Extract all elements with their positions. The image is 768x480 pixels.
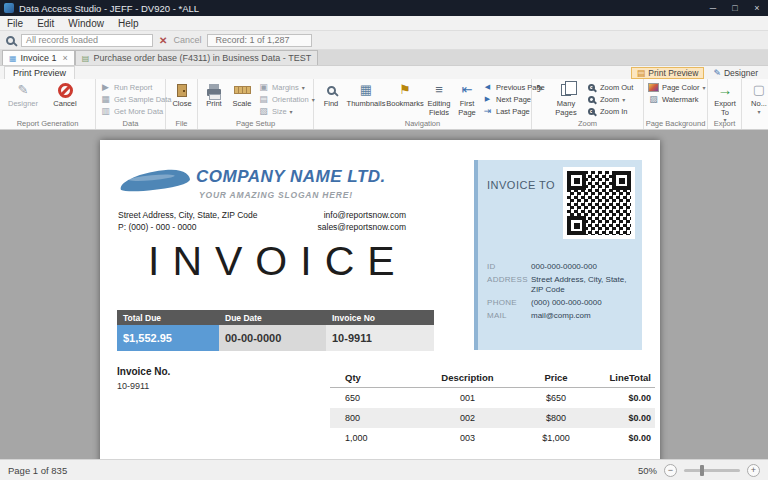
field-label-id: ID — [487, 262, 531, 272]
page-color-label: Page Color — [662, 83, 700, 92]
editing-fields-button[interactable]: ≡ Editing Fields — [424, 80, 454, 118]
designer-view-button[interactable]: ✎ Designer — [707, 67, 764, 79]
orientation-label: Orientation — [272, 95, 309, 104]
size-button[interactable]: ▧ Size ▾ — [256, 106, 317, 116]
margins-label: Margins — [272, 83, 299, 92]
cell-qty: 800 — [330, 413, 410, 423]
many-pages-button[interactable]: Many Pages — [548, 80, 584, 118]
menu-window[interactable]: Window — [61, 18, 111, 29]
run-report-button[interactable]: ▶ Run Report — [98, 82, 174, 92]
zoom-out-button[interactable]: − — [664, 464, 677, 477]
maximize-button[interactable]: □ — [724, 0, 746, 16]
bookmarks-label: Bookmarks — [386, 100, 424, 109]
company-name: COMPANY NAME LTD. — [196, 167, 386, 187]
print-preview-surface[interactable]: COMPANY NAME LTD. YOUR AMAZING SLOGAN HE… — [0, 130, 768, 459]
zoom-in-button[interactable]: + — [747, 464, 760, 477]
view-switcher: ▤ Print Preview ✎ Designer — [631, 67, 764, 79]
search-icon[interactable] — [6, 36, 15, 45]
group-label: File — [166, 119, 197, 128]
watermark-button[interactable]: ▨ Watermark — [646, 94, 708, 104]
preview-icon: ▤ — [637, 68, 646, 78]
scale-button[interactable]: Scale — [228, 80, 256, 110]
group-navigation: Find ▦ Thumbnails ⚑ Bookmarks ≡ Editing … — [314, 79, 532, 129]
designer-view-label: Designer — [724, 68, 758, 78]
export-icon: → — [718, 81, 733, 99]
close-file-icon — [177, 81, 187, 99]
margins-button[interactable]: ▣ Margins ▾ — [256, 82, 317, 92]
size-icon: ▧ — [258, 106, 269, 116]
size-label: Size — [272, 107, 287, 116]
header-description: Description — [410, 372, 525, 383]
find-button[interactable]: Find — [316, 80, 346, 110]
zoom-out-button[interactable]: − Zoom Out — [584, 82, 635, 92]
tab-purchase-order[interactable]: ▤ Purchase order base (F4311) in Busines… — [75, 50, 318, 65]
group-data: ▶ Run Report ▦ Get Sample Data ▥ Get Mor… — [96, 79, 166, 129]
app-icon — [4, 3, 14, 13]
pointer-tool-button[interactable]: ⇖ — [534, 82, 548, 92]
cancel-load-icon[interactable]: ✕ — [159, 35, 167, 46]
thumbnails-button[interactable]: ▦ Thumbnails — [346, 80, 386, 110]
zoom-button[interactable]: Zoom ▾ — [584, 94, 635, 104]
company-logo — [119, 168, 190, 193]
more-data-icon: ▥ — [100, 106, 111, 116]
bookmarks-button[interactable]: ⚑ Bookmarks — [386, 80, 424, 110]
title-bar: Data Access Studio - JEFF - DV920 - *ALL… — [0, 0, 768, 16]
group-more: ▢ No... ▾ — [742, 79, 768, 129]
group-page-setup: Print Scale ▣ Margins ▾ ▤ Orientation ▾ … — [198, 79, 314, 129]
close-button[interactable]: × — [746, 0, 768, 16]
cell-description: 001 — [410, 393, 525, 403]
field-value-id: 000-000-0000-000 — [531, 262, 637, 272]
designer-button[interactable]: ✎ Designer — [2, 80, 44, 110]
cancel-report-button[interactable]: Cancel — [44, 80, 86, 110]
group-label: Zoom — [532, 119, 643, 128]
header-linetotal: LineTotal — [587, 372, 655, 383]
tab-close-icon[interactable]: × — [63, 53, 68, 63]
dropdown-caret-icon: ▾ — [757, 109, 760, 116]
menu-edit[interactable]: Edit — [30, 18, 61, 29]
line-items-header-row: Qty Description Price LineTotal — [330, 368, 655, 388]
minimize-button[interactable]: ─ — [702, 0, 724, 16]
print-button[interactable]: Print — [200, 80, 228, 110]
more-button[interactable]: ▢ No... ▾ — [744, 80, 768, 117]
menu-file[interactable]: File — [0, 18, 30, 29]
editing-fields-label: Editing Fields — [424, 100, 454, 117]
page-color-button[interactable]: Page Color ▾ — [646, 82, 708, 92]
table-row: 650 001 $650 $0.00 — [330, 388, 655, 408]
print-preview-view-button[interactable]: ▤ Print Preview — [631, 67, 705, 79]
ribbon-tab-print-preview[interactable]: Print Preview — [4, 66, 75, 79]
get-sample-data-button[interactable]: ▦ Get Sample Data — [98, 94, 174, 104]
get-sample-data-label: Get Sample Data — [114, 95, 172, 104]
invoice-title: INVOICE — [148, 238, 408, 285]
bookmark-icon: ⚑ — [399, 81, 411, 99]
invoice-page: COMPANY NAME LTD. YOUR AMAZING SLOGAN HE… — [100, 140, 660, 459]
zoom-slider-thumb[interactable] — [700, 465, 704, 476]
get-more-data-button[interactable]: ▥ Get More Data — [98, 106, 174, 116]
thumbnails-label: Thumbnails — [347, 100, 386, 109]
close-report-button[interactable]: Close — [168, 80, 196, 110]
record-counter: Record: 1 of 1,287 — [207, 34, 312, 47]
group-page-background: Page Color ▾ ▨ Watermark Page Background — [644, 79, 708, 129]
field-row: ID 000-000-0000-000 — [487, 262, 637, 272]
scale-label: Scale — [233, 100, 252, 109]
zoom-in-button[interactable]: + Zoom In — [584, 106, 635, 116]
first-page-button[interactable]: ⇤ First Page — [454, 80, 480, 118]
company-email-info: info@reportsnow.com — [288, 210, 406, 220]
get-more-data-label: Get More Data — [114, 107, 163, 116]
summary-header-invoice-no: Invoice No — [326, 313, 434, 323]
qr-finder-icon — [612, 171, 631, 190]
field-row: MAIL mail@comp.com — [487, 311, 637, 321]
qr-finder-icon — [567, 171, 586, 190]
zoom-out-label: Zoom Out — [600, 83, 633, 92]
invoice-summary-table: Total Due Due Date Invoice No $1,552.95 … — [117, 310, 434, 351]
previous-page-icon: ◀ — [482, 83, 493, 91]
find-label: Find — [324, 100, 339, 109]
tab-invoice-1[interactable]: ▦ Invoice 1 × — [2, 50, 75, 65]
menu-help[interactable]: Help — [111, 18, 146, 29]
group-report-generation: ✎ Designer Cancel Report Generation — [0, 79, 96, 129]
records-status-field[interactable]: All records loaded — [21, 34, 153, 47]
print-label: Print — [206, 100, 221, 109]
orientation-button[interactable]: ▤ Orientation ▾ — [256, 94, 317, 104]
cell-description: 002 — [410, 413, 525, 423]
zoom-out-icon: − — [586, 84, 597, 91]
zoom-slider[interactable] — [684, 469, 740, 472]
